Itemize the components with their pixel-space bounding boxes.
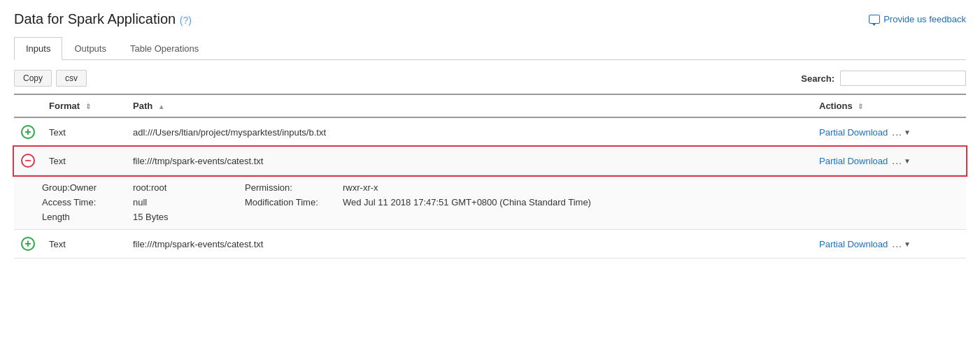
toolbar: Copy csv Search:	[14, 70, 966, 87]
permission-val: rwxr-xr-x	[343, 182, 952, 193]
row1-actions: Partial Download ... ▼	[812, 117, 966, 147]
tab-table-operations[interactable]: Table Operations	[118, 37, 211, 59]
permission-key: Permission:	[245, 182, 343, 193]
partial-download-link[interactable]: Partial Download	[819, 156, 888, 166]
table-row: − Text file:///tmp/spark-events/catest.t…	[14, 147, 966, 175]
expand-button[interactable]: +	[21, 125, 35, 139]
col-icon	[14, 94, 42, 117]
row2-path: file:///tmp/spark-events/catest.txt	[126, 147, 812, 175]
table-row: + Text file:///tmp/spark-events/catest.t…	[14, 230, 966, 258]
length-key: Length	[42, 212, 133, 222]
group-owner-key: Group:Owner	[42, 182, 133, 193]
help-icon[interactable]: (?)	[180, 15, 192, 26]
collapse-button[interactable]: −	[21, 154, 35, 168]
row3-path: file:///tmp/spark-events/catest.txt	[126, 230, 812, 258]
feedback-link[interactable]: Provide us feedback	[869, 14, 966, 24]
col-format[interactable]: Format ⇕	[42, 94, 126, 117]
tab-outputs[interactable]: Outputs	[62, 37, 118, 59]
table-row: + Text adl:///Users/ltian/project/myspar…	[14, 117, 966, 147]
sort-path-icon: ▲	[158, 103, 165, 110]
row2-format: Text	[42, 147, 126, 175]
row1-path: adl:///Users/ltian/project/mysparktest/i…	[126, 117, 812, 147]
modification-time-key: Modification Time:	[245, 197, 343, 207]
toolbar-left: Copy csv	[14, 70, 87, 87]
sort-format-icon: ⇕	[85, 103, 91, 110]
row3-icon-cell: +	[14, 230, 42, 258]
partial-download-link[interactable]: Partial Download	[819, 239, 888, 249]
access-time-val: null	[133, 197, 245, 207]
row1-icon-cell: +	[14, 117, 42, 147]
detail-row: Group:Owner root:root Permission: rwxr-x…	[14, 175, 966, 230]
access-time-key: Access Time:	[42, 197, 133, 207]
expand-button[interactable]: +	[21, 237, 35, 251]
sort-actions-icon: ⇕	[858, 103, 863, 110]
col-path[interactable]: Path ▲	[126, 94, 812, 117]
row2-icon-cell: −	[14, 147, 42, 175]
group-owner-val: root:root	[133, 182, 245, 193]
action-dropdown[interactable]: ... ▼	[892, 155, 911, 166]
search-label: Search:	[801, 73, 835, 84]
data-table: Format ⇕ Path ▲ Actions ⇕ + Text	[14, 94, 966, 258]
tab-inputs[interactable]: Inputs	[14, 37, 62, 60]
row3-format: Text	[42, 230, 126, 258]
copy-button[interactable]: Copy	[14, 70, 52, 87]
search-input[interactable]	[840, 71, 966, 86]
length-val: 15 Bytes	[133, 212, 245, 222]
modification-time-val: Wed Jul 11 2018 17:47:51 GMT+0800 (China…	[343, 197, 952, 207]
tab-bar: Inputs Outputs Table Operations	[14, 37, 966, 60]
row2-actions: Partial Download ... ▼	[812, 147, 966, 175]
col-actions[interactable]: Actions ⇕	[812, 94, 966, 117]
search-area: Search:	[801, 71, 966, 86]
row3-actions: Partial Download ... ▼	[812, 230, 966, 258]
partial-download-link[interactable]: Partial Download	[819, 127, 888, 138]
page-title: Data for Spark Application (?)	[14, 11, 192, 27]
row1-format: Text	[42, 117, 126, 147]
csv-button[interactable]: csv	[56, 70, 87, 87]
detail-cell: Group:Owner root:root Permission: rwxr-x…	[14, 175, 966, 230]
detail-grid: Group:Owner root:root Permission: rwxr-x…	[42, 180, 952, 225]
feedback-icon	[869, 15, 880, 24]
action-dropdown[interactable]: ... ▼	[892, 238, 911, 249]
action-dropdown[interactable]: ... ▼	[892, 126, 911, 138]
